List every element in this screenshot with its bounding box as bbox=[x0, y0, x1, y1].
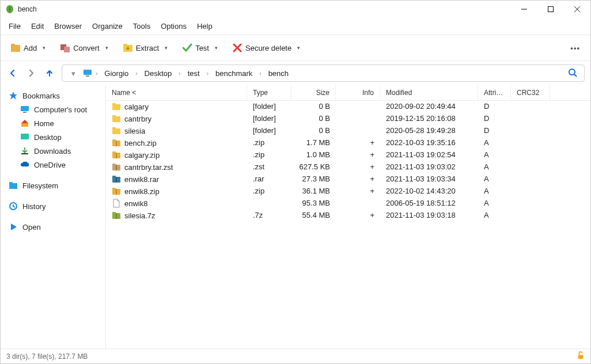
column-attributes[interactable]: Attribu... bbox=[478, 85, 511, 100]
file-size: 1.0 MB bbox=[291, 149, 336, 161]
file-modified: 2021-11-03 19:03:34 bbox=[380, 173, 478, 185]
file-size: 55.4 MB bbox=[291, 210, 336, 222]
file-attributes: A bbox=[478, 161, 511, 173]
svg-rect-1 bbox=[548, 7, 554, 12]
secure-delete-button[interactable]: Secure delete ▾ bbox=[228, 40, 304, 56]
file-attributes: A bbox=[478, 173, 511, 185]
table-row[interactable]: enwik895.3 MB2006-05-19 18:51:12A bbox=[106, 198, 590, 210]
column-type[interactable]: Type bbox=[247, 85, 291, 100]
table-row[interactable]: enwik8.zip.zip36.1 MB+2022-10-02 14:43:2… bbox=[106, 185, 590, 198]
breadcrumb[interactable]: ▾ › Giorgio › Desktop › test › benchmark… bbox=[62, 65, 585, 82]
table-row[interactable]: silesia.7z.7z55.4 MB+2021-11-03 19:03:18… bbox=[106, 210, 590, 222]
svg-rect-43 bbox=[112, 212, 116, 214]
minimize-button[interactable] bbox=[511, 1, 537, 18]
sidebar-history[interactable]: History bbox=[1, 199, 105, 213]
table-row[interactable]: calgary.zip.zip1.0 MB+2021-11-03 19:02:5… bbox=[106, 149, 590, 161]
monitor-icon bbox=[83, 69, 92, 78]
menu-organize[interactable]: Organize bbox=[88, 20, 127, 33]
menu-help[interactable]: Help bbox=[192, 20, 217, 33]
back-button[interactable] bbox=[6, 67, 19, 79]
file-name: enwik8.zip bbox=[124, 187, 160, 196]
file-modified: 2019-12-15 20:16:08 bbox=[380, 113, 478, 125]
crumb-bench[interactable]: bench bbox=[265, 68, 292, 79]
crumb-desktop[interactable]: Desktop bbox=[141, 68, 176, 79]
add-button[interactable]: Add ▾ bbox=[6, 40, 49, 56]
zip-icon bbox=[112, 187, 121, 196]
add-label: Add bbox=[24, 44, 37, 52]
maximize-button[interactable] bbox=[537, 1, 564, 18]
svg-rect-40 bbox=[112, 188, 116, 190]
sidebar-open[interactable]: Open bbox=[1, 220, 105, 234]
7z-icon bbox=[112, 211, 121, 220]
file-name: enwik8 bbox=[124, 199, 147, 208]
column-size[interactable]: Size bbox=[291, 85, 336, 100]
file-type: .rar bbox=[247, 173, 291, 185]
file-type: .zst bbox=[247, 161, 291, 173]
file-type: .zip bbox=[247, 185, 291, 198]
sidebar-item-downloads[interactable]: Downloads bbox=[1, 144, 105, 158]
file-modified: 2021-11-03 19:03:18 bbox=[380, 210, 478, 222]
chevron-right-icon: › bbox=[207, 70, 209, 77]
close-button[interactable] bbox=[564, 1, 590, 18]
file-info: + bbox=[336, 173, 380, 185]
file-size: 27.3 MB bbox=[291, 173, 336, 185]
table-row[interactable]: silesia[folder]0 B2020-05-28 19:49:28D bbox=[106, 125, 590, 137]
crumb-benchmark[interactable]: benchmark bbox=[212, 68, 256, 79]
sidebar-item-home[interactable]: Home bbox=[1, 116, 105, 130]
root-dropdown-icon[interactable]: ▾ bbox=[67, 67, 79, 79]
menu-edit[interactable]: Edit bbox=[26, 20, 48, 33]
file-type: [folder] bbox=[247, 101, 291, 113]
sidebar-item-onedrive[interactable]: OneDrive bbox=[1, 158, 105, 172]
file-attributes: D bbox=[478, 101, 511, 113]
file-info: + bbox=[336, 161, 380, 173]
file-attributes: A bbox=[478, 137, 511, 149]
file-size: 627.5 KB bbox=[291, 161, 336, 173]
test-button[interactable]: Test ▾ bbox=[178, 40, 221, 56]
file-modified: 2006-05-19 18:51:12 bbox=[380, 198, 478, 210]
column-name[interactable]: Name < bbox=[106, 85, 247, 100]
menu-options[interactable]: Options bbox=[156, 20, 191, 33]
file-name: cantrbry bbox=[124, 115, 151, 123]
menu-browser[interactable]: Browser bbox=[50, 20, 86, 33]
file-type: [folder] bbox=[247, 113, 291, 125]
folder-icon bbox=[9, 181, 18, 190]
column-crc32[interactable]: CRC32 bbox=[511, 85, 550, 100]
convert-button[interactable]: Convert ▾ bbox=[56, 40, 112, 56]
sidebar-item-computers-root[interactable]: Computer's root bbox=[1, 103, 105, 116]
sidebar-filesystem[interactable]: Filesystem bbox=[1, 179, 105, 192]
table-row[interactable]: bench.zip.zip1.7 MB+2022-10-03 19:35:16A bbox=[106, 137, 590, 149]
file-crc bbox=[511, 125, 550, 137]
forward-button[interactable] bbox=[25, 67, 37, 79]
column-info[interactable]: Info bbox=[336, 85, 380, 100]
chevron-right-icon: › bbox=[179, 70, 180, 77]
table-row[interactable]: calgary[folder]0 B2020-09-02 20:49:44D bbox=[106, 101, 590, 113]
extract-button[interactable]: Extract ▾ bbox=[119, 40, 171, 56]
menu-tools[interactable]: Tools bbox=[128, 20, 155, 33]
crumb-giorgio[interactable]: Giorgio bbox=[101, 68, 132, 79]
chevron-right-icon: › bbox=[135, 70, 137, 77]
sidebar-bookmarks[interactable]: Bookmarks bbox=[1, 89, 105, 103]
menu-file[interactable]: File bbox=[4, 20, 25, 33]
table-row[interactable]: enwik8.rar.rar27.3 MB+2021-11-03 19:03:3… bbox=[106, 173, 590, 185]
crumb-test[interactable]: test bbox=[184, 68, 203, 79]
svg-rect-28 bbox=[112, 139, 116, 142]
file-crc bbox=[511, 173, 550, 185]
file-modified: 2020-05-28 19:49:28 bbox=[380, 125, 478, 137]
up-button[interactable] bbox=[43, 67, 56, 79]
file-name: silesia.7z bbox=[124, 211, 155, 220]
more-button[interactable]: ••• bbox=[566, 41, 585, 55]
svg-rect-14 bbox=[21, 106, 29, 111]
table-row[interactable]: cantrbry.tar.zst.zst627.5 KB+2021-11-03 … bbox=[106, 161, 590, 173]
sidebar: Bookmarks Computer's root Home Desktop D… bbox=[1, 85, 106, 348]
svg-rect-45 bbox=[578, 355, 584, 359]
file-type: .zip bbox=[247, 137, 291, 149]
file-crc bbox=[511, 198, 550, 210]
file-crc bbox=[511, 149, 550, 161]
file-crc bbox=[511, 161, 550, 173]
sidebar-item-desktop[interactable]: Desktop bbox=[1, 130, 105, 144]
file-info bbox=[336, 113, 380, 125]
table-row[interactable]: cantrbry[folder]0 B2019-12-15 20:16:08D bbox=[106, 113, 590, 125]
column-modified[interactable]: Modified bbox=[380, 85, 478, 100]
open-label: Open bbox=[22, 223, 41, 232]
search-icon[interactable] bbox=[566, 66, 579, 81]
